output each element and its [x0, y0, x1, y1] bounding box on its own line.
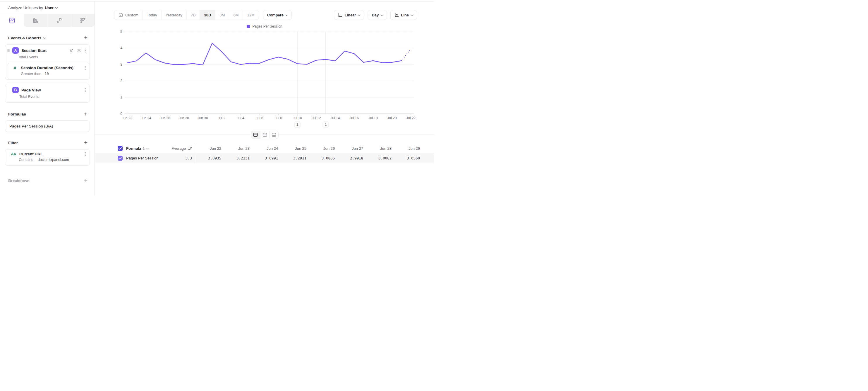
results-table: Formula 1 Average Jun 22Jun 23Jun 24Jun …: [95, 144, 434, 163]
range-button-today[interactable]: Today: [143, 10, 161, 20]
column-header-jun-29[interactable]: Jun 29: [395, 146, 423, 151]
split-view-button[interactable]: [251, 131, 260, 139]
property-filter-card[interactable]: # Session Duration (Seconds) Greater tha…: [8, 63, 90, 80]
scale-button[interactable]: Linear: [334, 10, 364, 20]
svg-text:Jul 2: Jul 2: [218, 116, 226, 120]
filter-title: Filter: [8, 141, 18, 145]
annotation-marker[interactable]: 1: [323, 122, 329, 128]
chevron-down-icon: [411, 13, 413, 16]
formulas-section-header: Formulas +: [0, 111, 95, 117]
average-value: 3.3: [185, 156, 192, 160]
event-card-page-view[interactable]: B Page View Total Events: [5, 84, 90, 103]
column-header-jun-23[interactable]: Jun 23: [224, 146, 253, 151]
value-cell-jun-23: 3.2231: [224, 156, 253, 160]
formula-card[interactable]: Pages Per Session (B/A): [5, 120, 90, 132]
add-breakdown-button[interactable]: +: [84, 178, 88, 184]
event-letter-badge: A: [12, 47, 19, 54]
range-button-yesterday[interactable]: Yesterday: [161, 10, 186, 20]
column-header-jun-24[interactable]: Jun 24: [253, 146, 281, 151]
table-row-pages-per-session[interactable]: Pages Per Session 3.3 3.09353.22313.6991…: [95, 153, 434, 163]
drag-handle-icon[interactable]: [7, 48, 10, 53]
add-formula-button[interactable]: +: [84, 111, 88, 117]
svg-text:4: 4: [120, 46, 122, 50]
svg-text:Jul 6: Jul 6: [256, 116, 264, 120]
column-header-jun-25[interactable]: Jun 25: [281, 146, 309, 151]
select-all-checkbox[interactable]: [118, 146, 123, 151]
property-name[interactable]: Session Duration (Seconds): [21, 66, 82, 70]
operator: Contains: [19, 158, 33, 162]
tab-funnels[interactable]: [24, 14, 47, 27]
tab-insights[interactable]: [0, 14, 24, 27]
add-event-button[interactable]: +: [84, 35, 88, 41]
granularity-button[interactable]: Day: [368, 10, 387, 20]
formula-group-label[interactable]: Formula: [126, 146, 141, 151]
range-button-3m[interactable]: 3M: [215, 10, 229, 20]
filter-condition[interactable]: Contains docs.mixpanel.com: [5, 156, 90, 165]
date-column-headers: Jun 22Jun 23Jun 24Jun 25Jun 26Jun 27Jun …: [196, 146, 423, 151]
events-cohorts-section-header: Events & Cohorts +: [0, 35, 95, 41]
event-card-session-start[interactable]: A Session Start Total Events #: [5, 44, 90, 80]
report-type-tabbar: [0, 14, 95, 27]
event-name[interactable]: Session Start: [21, 48, 66, 53]
chart-type-button[interactable]: Line: [391, 10, 417, 20]
annotation-marker[interactable]: 1: [294, 122, 300, 128]
panel-split-divider: [95, 131, 434, 139]
svg-text:Jul 20: Jul 20: [387, 116, 397, 120]
close-icon[interactable]: [77, 49, 81, 52]
sort-descending-icon: [188, 146, 192, 151]
inactive-tabs-group: [24, 14, 95, 27]
range-button-12m[interactable]: 12M: [243, 10, 258, 20]
filter-funnel-icon[interactable]: [69, 48, 73, 53]
filter-section-header: Filter +: [0, 140, 95, 146]
kebab-menu-icon[interactable]: [85, 66, 86, 70]
event-name[interactable]: Page View: [21, 88, 82, 92]
table-only-view-button[interactable]: [269, 131, 278, 139]
property-condition[interactable]: Greater than10: [8, 71, 90, 79]
formulas-title: Formulas: [8, 112, 26, 116]
svg-text:Jun 24: Jun 24: [141, 116, 151, 120]
calendar-icon: [119, 13, 123, 17]
row-series-name: Pages Per Session: [126, 156, 159, 160]
events-cohorts-title[interactable]: Events & Cohorts: [8, 36, 45, 40]
chart-only-view-button[interactable]: [260, 131, 269, 139]
column-header-jun-28[interactable]: Jun 28: [366, 146, 395, 151]
svg-text:Jun 26: Jun 26: [159, 116, 170, 120]
compare-button[interactable]: Compare: [263, 10, 292, 20]
tab-retention[interactable]: [71, 14, 95, 27]
filter-card-current-url[interactable]: Aa Current URL Contains docs.mixpanel.co…: [5, 149, 90, 166]
add-filter-button[interactable]: +: [84, 140, 88, 146]
column-header-jun-22[interactable]: Jun 22: [196, 146, 224, 151]
row-checkbox[interactable]: [118, 156, 123, 161]
kebab-menu-icon[interactable]: [85, 48, 86, 53]
range-button-6m[interactable]: 6M: [229, 10, 243, 20]
svg-text:Jun 30: Jun 30: [197, 116, 208, 120]
analyze-value-dropdown[interactable]: User: [45, 6, 54, 10]
svg-text:Jul 8: Jul 8: [275, 116, 282, 120]
range-button-30d[interactable]: 30D: [199, 10, 215, 20]
average-column-header[interactable]: Average: [172, 146, 192, 151]
svg-text:0: 0: [120, 112, 122, 116]
column-header-jun-26[interactable]: Jun 26: [309, 146, 338, 151]
range-button-custom[interactable]: Custom: [115, 10, 143, 20]
chevron-down-icon: [55, 6, 58, 8]
operator-value: 10: [44, 72, 49, 76]
value-cell-jun-22: 3.0935: [196, 156, 224, 160]
event-measure[interactable]: Total Events: [5, 54, 90, 63]
query-builder-sidebar: Analyze Uniques by User: [0, 1, 95, 196]
tab-flows[interactable]: [47, 14, 70, 27]
chart-panel: CustomTodayYesterday7D30D3M6M12M Compare…: [95, 1, 434, 196]
funnels-bars-icon: [32, 17, 39, 24]
range-button-7d[interactable]: 7D: [186, 10, 200, 20]
column-header-jun-27[interactable]: Jun 27: [338, 146, 366, 151]
kebab-menu-icon[interactable]: [85, 88, 86, 92]
kebab-menu-icon[interactable]: [85, 152, 86, 156]
filter-property-name[interactable]: Current URL: [19, 152, 82, 156]
linear-axis-icon: [338, 13, 342, 17]
chevron-down-icon: [43, 36, 45, 38]
event-measure[interactable]: Total Events: [5, 93, 90, 102]
formula-name[interactable]: Pages Per Session (B/A): [5, 121, 90, 132]
value-cell-jun-29: 3.0560: [395, 156, 423, 160]
string-property-icon: Aa: [10, 152, 17, 156]
svg-text:Jul 16: Jul 16: [349, 116, 359, 120]
value-cell-jun-26: 3.0865: [309, 156, 338, 160]
